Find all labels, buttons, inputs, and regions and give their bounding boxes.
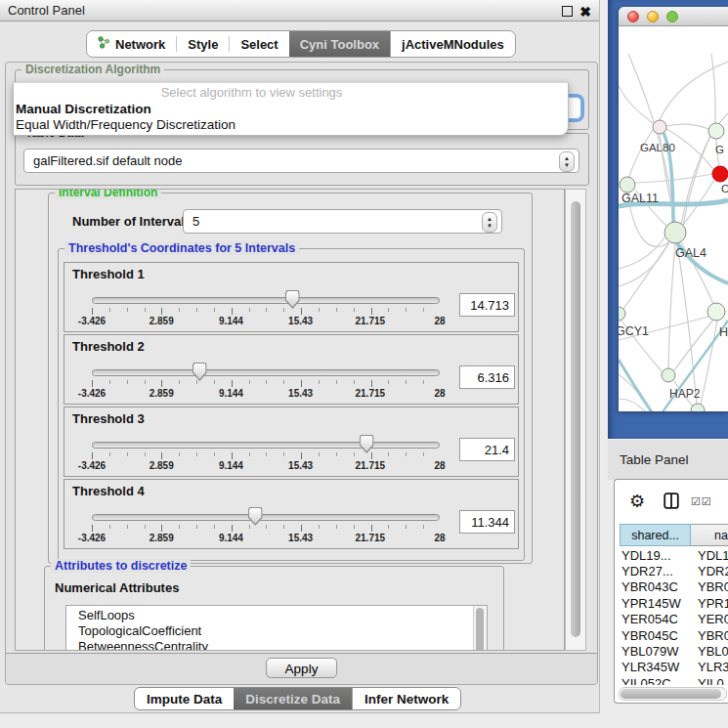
slider-thumb[interactable] bbox=[360, 435, 374, 453]
numerical-attributes-list: SelfLoops TopologicalCoefficient Between… bbox=[65, 605, 488, 651]
scrollbar-thumb[interactable] bbox=[571, 201, 580, 637]
threshold-value-field[interactable]: 14.713 bbox=[459, 293, 515, 317]
scrollbar-thumb[interactable] bbox=[476, 608, 484, 651]
menu-item-manual-discretization[interactable]: Manual Discretization bbox=[14, 102, 568, 117]
stepper-icon[interactable]: ▲ ▼ bbox=[482, 212, 497, 233]
slider-thumb[interactable] bbox=[248, 507, 263, 526]
label-hap2: HAP2 bbox=[669, 387, 701, 401]
checkbox-icons[interactable]: ☑☑ bbox=[691, 495, 712, 508]
table-row[interactable]: YDL19... YDL1 bbox=[620, 547, 728, 563]
table-data-combobox[interactable]: galFiltered.sif default node ▲ ▼ bbox=[23, 149, 579, 173]
cell-shared-name[interactable]: YDL19... bbox=[620, 548, 692, 563]
table-row[interactable]: YIL052C YIL0 bbox=[620, 675, 728, 685]
tab-style[interactable]: Style bbox=[177, 31, 229, 57]
cell-shared-name[interactable]: YER054C bbox=[620, 612, 692, 626]
list-item[interactable]: SelfLoops bbox=[66, 608, 487, 623]
node-red-selected[interactable] bbox=[712, 166, 728, 182]
slider-thumb[interactable] bbox=[285, 290, 300, 309]
slider-major-ticks bbox=[92, 308, 441, 315]
table-row[interactable]: YBR045C YBR0 bbox=[620, 627, 728, 643]
network-window-titlebar[interactable] bbox=[619, 7, 728, 26]
node-hap2[interactable] bbox=[662, 368, 675, 382]
close-icon[interactable]: ✖ bbox=[579, 1, 591, 22]
node-gal11[interactable] bbox=[620, 177, 635, 193]
zoom-traffic-light[interactable] bbox=[666, 11, 678, 22]
cell-shared-name[interactable]: YPR145W bbox=[620, 596, 692, 611]
scrollbar-thumb[interactable] bbox=[621, 689, 721, 699]
tab-discretize-data[interactable]: Discretize Data bbox=[234, 688, 352, 709]
panel-scrollbar[interactable] bbox=[565, 189, 586, 651]
node-h[interactable] bbox=[707, 303, 725, 321]
tab-impute-data[interactable]: Impute Data bbox=[135, 688, 234, 709]
table-row[interactable]: YBL079W YBL0 bbox=[620, 643, 728, 659]
cell-name[interactable]: YDL1 bbox=[692, 548, 728, 563]
threshold-row: Threshold 1 -3.426 2.859 bbox=[64, 262, 519, 332]
cell-name[interactable]: YIL0 bbox=[692, 676, 728, 685]
up-arrow-icon: ▲ bbox=[487, 216, 492, 223]
cell-shared-name[interactable]: YBL079W bbox=[620, 644, 692, 659]
tab-network[interactable]: Network bbox=[87, 31, 176, 57]
slider-track[interactable] bbox=[92, 297, 440, 304]
slider-scale: -3.426 2.859 9.144 15.43 21.715 28 bbox=[92, 316, 440, 326]
number-of-intervals-combobox[interactable]: 5 ▲ ▼ bbox=[183, 209, 502, 234]
cell-name[interactable]: YBR0 bbox=[692, 628, 728, 643]
node-gal80[interactable] bbox=[653, 120, 666, 134]
slider-thumb[interactable] bbox=[193, 363, 207, 381]
cell-shared-name[interactable]: YIL052C bbox=[620, 676, 692, 685]
tab-cyni-toolbox[interactable]: Cyni Toolbox bbox=[289, 31, 390, 57]
close-traffic-light[interactable] bbox=[627, 11, 639, 22]
slider-track[interactable] bbox=[92, 442, 440, 449]
cell-name[interactable]: YPR1 bbox=[692, 596, 728, 611]
column-header-shared-name[interactable]: shared... bbox=[620, 524, 691, 546]
list-item[interactable]: TopologicalCoefficient bbox=[66, 623, 487, 639]
columns-icon[interactable] bbox=[664, 492, 679, 512]
network-window: GAL80 G C GAL11 GAL4 GCY1 H HAP2 bbox=[619, 7, 728, 411]
down-arrow-icon: ▼ bbox=[564, 162, 570, 169]
slider-track[interactable] bbox=[92, 369, 440, 376]
table-row[interactable]: YDR27... YDR2 bbox=[620, 563, 728, 578]
float-window-icon[interactable] bbox=[562, 6, 573, 17]
stepper-icon[interactable]: ▲ ▼ bbox=[559, 151, 575, 172]
cell-name[interactable]: YDR2 bbox=[692, 564, 728, 578]
cell-name[interactable]: YBL0 bbox=[692, 644, 728, 659]
network-canvas[interactable]: GAL80 G C GAL11 GAL4 GCY1 H HAP2 bbox=[619, 27, 728, 411]
table-row[interactable]: YLR345W YLR3 bbox=[620, 660, 728, 675]
node-bottom[interactable] bbox=[691, 404, 705, 411]
cell-shared-name[interactable]: YLR345W bbox=[620, 660, 692, 674]
cell-name[interactable]: YER0 bbox=[692, 612, 728, 626]
gear-icon[interactable]: ⚙ bbox=[629, 491, 645, 512]
control-panel-window: Control Panel ✖ Network Style Select Cyn… bbox=[0, 0, 600, 713]
table-row[interactable]: YPR145W YPR1 bbox=[620, 595, 728, 611]
table-hscrollbar[interactable] bbox=[619, 687, 727, 701]
apply-button[interactable]: Apply bbox=[266, 658, 338, 678]
list-item[interactable]: BetweennessCentrality bbox=[66, 639, 487, 651]
up-arrow-icon: ▲ bbox=[564, 155, 570, 162]
label-h: H bbox=[719, 325, 728, 339]
slider-major-ticks bbox=[92, 380, 441, 387]
number-of-intervals-value: 5 bbox=[193, 214, 199, 229]
titlebar: Control Panel ✖ bbox=[0, 0, 599, 21]
table-row[interactable]: YER054C YER0 bbox=[620, 612, 728, 627]
menu-item-equal-width-frequency[interactable]: Equal Width/Frequency Discretization bbox=[14, 117, 568, 133]
threshold-value-field[interactable]: 21.4 bbox=[459, 438, 515, 461]
tab-infer-network[interactable]: Infer Network bbox=[352, 688, 460, 709]
table-row[interactable]: YBR043C YBR0 bbox=[620, 579, 728, 595]
list-scrollbar[interactable] bbox=[473, 606, 487, 651]
cell-name[interactable]: YBR0 bbox=[692, 579, 728, 594]
node-top-right[interactable] bbox=[708, 123, 724, 139]
slider-track[interactable] bbox=[92, 514, 440, 521]
tick-label: 15.43 bbox=[288, 533, 313, 543]
minimize-traffic-light[interactable] bbox=[647, 11, 659, 22]
threshold-value-field[interactable]: 11.344 bbox=[459, 510, 515, 534]
threshold-rows: Threshold 1 -3.426 2.859 bbox=[59, 262, 524, 551]
tab-select[interactable]: Select bbox=[230, 31, 288, 57]
node-gal4[interactable] bbox=[664, 222, 686, 243]
cell-name[interactable]: YLR3 bbox=[692, 660, 728, 674]
column-header-name[interactable]: na bbox=[691, 524, 728, 546]
cell-shared-name[interactable]: YBR043C bbox=[620, 579, 692, 594]
cell-shared-name[interactable]: YBR045C bbox=[620, 628, 692, 643]
cell-shared-name[interactable]: YDR27... bbox=[620, 564, 692, 578]
tab-jactivemnodules[interactable]: jActiveMNodules bbox=[390, 31, 515, 57]
node-gcy1[interactable] bbox=[619, 307, 625, 321]
threshold-value-field[interactable]: 6.316 bbox=[459, 365, 515, 389]
